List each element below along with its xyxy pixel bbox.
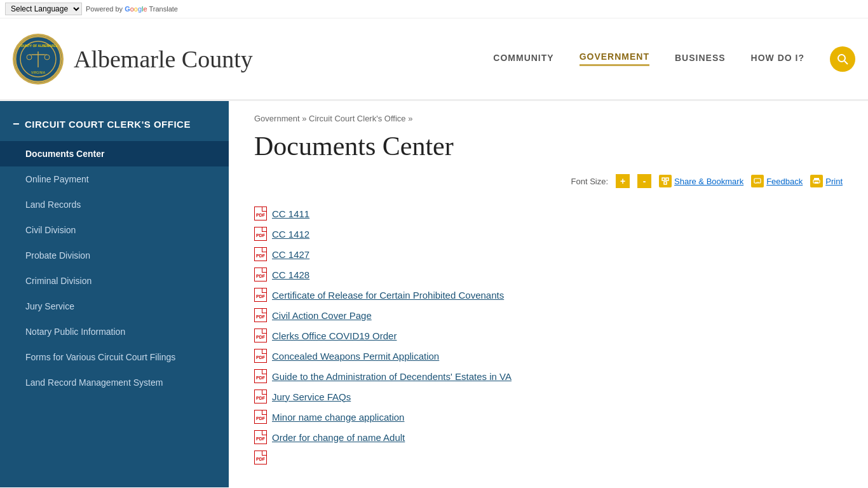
doc-link-cc1411[interactable]: CC 1411 xyxy=(272,208,309,219)
doc-link-jury-faqs[interactable]: Jury Service FAQs xyxy=(272,391,351,402)
logo-area: COUNTY OF ALBEMARLE VIRGINIA Albemarle C… xyxy=(13,34,253,85)
main-content: Government » Circuit Court Clerk's Offic… xyxy=(229,101,868,487)
language-select[interactable]: Select Language xyxy=(5,3,82,15)
sidebar-item-notary-public[interactable]: Notary Public Information xyxy=(0,319,229,344)
sidebar-item-forms-various[interactable]: Forms for Various Circuit Court Filings xyxy=(0,344,229,370)
doc-link-covid19[interactable]: Clerks Office COVID19 Order xyxy=(272,330,397,341)
county-seal: COUNTY OF ALBEMARLE VIRGINIA xyxy=(13,34,64,85)
doc-pdf-icon: PDF xyxy=(254,207,267,220)
collapse-icon: − xyxy=(13,118,20,131)
list-item: PDF CC 1411 xyxy=(254,203,843,224)
print-link[interactable]: Print xyxy=(825,177,843,186)
svg-point-10 xyxy=(838,55,845,62)
sidebar-item-online-payment[interactable]: Online Payment xyxy=(0,166,229,192)
list-item: PDF Order for change of name Adult xyxy=(254,427,843,447)
doc-pdf-icon: PDF xyxy=(254,451,267,464)
list-item: PDF Concealed Weapons Permit Application xyxy=(254,346,843,366)
sidebar-item-criminal-division[interactable]: Criminal Division xyxy=(0,268,229,294)
doc-pdf-icon: PDF xyxy=(254,349,267,363)
powered-by-label: Powered by Google Translate xyxy=(86,5,178,13)
svg-rect-12 xyxy=(662,178,665,180)
doc-pdf-icon: PDF xyxy=(254,227,267,241)
svg-line-11 xyxy=(844,61,848,64)
svg-rect-14 xyxy=(664,182,667,184)
list-item: PDF Guide to the Administration of Decen… xyxy=(254,366,843,386)
svg-rect-18 xyxy=(815,182,818,184)
doc-link-cert-release[interactable]: Certificate of Release for Certain Prohi… xyxy=(272,290,504,301)
sidebar-item-land-records[interactable]: Land Records xyxy=(0,192,229,217)
list-item: PDF CC 1412 xyxy=(254,224,843,244)
svg-text:COUNTY OF ALBEMARLE: COUNTY OF ALBEMARLE xyxy=(18,44,58,48)
list-item: PDF Minor name change application xyxy=(254,407,843,427)
doc-pdf-icon: PDF xyxy=(254,390,267,403)
nav-how-do-i[interactable]: HOW DO I? xyxy=(751,53,804,65)
nav-government[interactable]: GOVERNMENT xyxy=(580,51,649,66)
toolbar: Font Size: + - Share & Bookmark Feedback… xyxy=(254,174,843,188)
list-item: PDF Certificate of Release for Certain P… xyxy=(254,285,843,305)
doc-pdf-icon: PDF xyxy=(254,329,267,342)
nav-business[interactable]: BUSINESS xyxy=(675,53,726,65)
doc-pdf-icon: PDF xyxy=(254,268,267,281)
search-button[interactable] xyxy=(830,46,855,72)
sidebar-item-civil-division[interactable]: Civil Division xyxy=(0,217,229,243)
document-list: PDF CC 1411 PDF CC 1412 PDF CC 1427 PDF … xyxy=(254,203,843,468)
site-header: COUNTY OF ALBEMARLE VIRGINIA Albemarle C… xyxy=(0,18,868,101)
list-item: PDF CC 1427 xyxy=(254,244,843,264)
main-nav: COMMUNITY GOVERNMENT BUSINESS HOW DO I? xyxy=(493,46,855,72)
svg-text:VIRGINIA: VIRGINIA xyxy=(31,71,46,74)
feedback-link[interactable]: Feedback xyxy=(766,177,803,186)
doc-pdf-icon: PDF xyxy=(254,430,267,444)
svg-rect-13 xyxy=(666,178,668,180)
breadcrumb: Government » Circuit Court Clerk's Offic… xyxy=(254,114,843,123)
list-item: PDF CC 1428 xyxy=(254,264,843,285)
breadcrumb-government[interactable]: Government xyxy=(254,114,300,123)
breadcrumb-clerks-office[interactable]: Circuit Court Clerk's Office xyxy=(309,114,406,123)
page-layout: − CIRCUIT COURT CLERK'S OFFICE Documents… xyxy=(0,101,868,487)
doc-link-minor-name[interactable]: Minor name change application xyxy=(272,412,404,423)
list-item: PDF Jury Service FAQs xyxy=(254,386,843,407)
font-increase-button[interactable]: + xyxy=(616,174,630,188)
doc-link-cc1412[interactable]: CC 1412 xyxy=(272,229,309,240)
doc-link-cc1428[interactable]: CC 1428 xyxy=(272,269,309,280)
doc-pdf-icon: PDF xyxy=(254,369,267,383)
sidebar-item-land-record-mgmt[interactable]: Land Record Management System xyxy=(0,370,229,395)
sidebar-item-documents-center[interactable]: Documents Center xyxy=(0,141,229,166)
print-icon xyxy=(810,175,823,187)
font-decrease-button[interactable]: - xyxy=(637,174,651,188)
sidebar-item-jury-service[interactable]: Jury Service xyxy=(0,294,229,319)
share-bookmark-icon xyxy=(659,175,672,187)
top-bar: Select Language Powered by Google Transl… xyxy=(0,0,868,18)
doc-link-concealed-weapons[interactable]: Concealed Weapons Permit Application xyxy=(272,351,439,362)
doc-link-name-adult[interactable]: Order for change of name Adult xyxy=(272,432,405,443)
list-item: PDF Civil Action Cover Page xyxy=(254,305,843,325)
doc-pdf-icon: PDF xyxy=(254,247,267,261)
feedback-icon xyxy=(751,175,764,187)
doc-link-cc1427[interactable]: CC 1427 xyxy=(272,249,309,260)
list-item: PDF Clerks Office COVID19 Order xyxy=(254,325,843,346)
doc-link-estates[interactable]: Guide to the Administration of Decendent… xyxy=(272,371,512,382)
doc-link-civil-action[interactable]: Civil Action Cover Page xyxy=(272,310,372,321)
sidebar-item-probate-division[interactable]: Probate Division xyxy=(0,243,229,268)
nav-community[interactable]: COMMUNITY xyxy=(493,53,553,65)
doc-pdf-icon: PDF xyxy=(254,410,267,424)
font-size-label: Font Size: xyxy=(571,177,609,186)
doc-pdf-icon: PDF xyxy=(254,288,267,302)
site-title: Albemarle County xyxy=(74,45,253,73)
sidebar-section-title[interactable]: − CIRCUIT COURT CLERK'S OFFICE xyxy=(0,107,229,141)
list-item: PDF xyxy=(254,447,843,468)
page-title: Documents Center xyxy=(254,131,843,161)
share-bookmark-link[interactable]: Share & Bookmark xyxy=(674,177,743,186)
sidebar-section-label: CIRCUIT COURT CLERK'S OFFICE xyxy=(25,119,191,130)
sidebar: − CIRCUIT COURT CLERK'S OFFICE Documents… xyxy=(0,101,229,487)
doc-pdf-icon: PDF xyxy=(254,308,267,322)
